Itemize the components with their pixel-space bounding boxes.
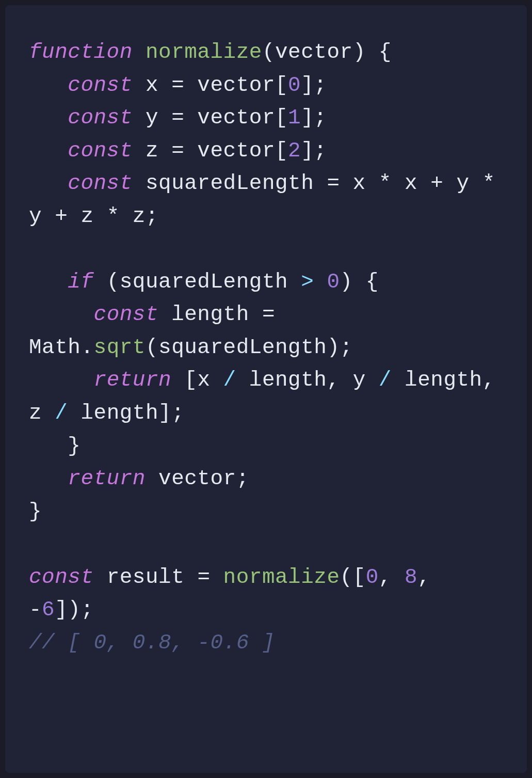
code-token: x (392, 171, 430, 195)
code-token: ( (146, 336, 158, 359)
code-token: / (379, 368, 392, 392)
code-token: + (430, 171, 443, 195)
code-token: [ (275, 73, 288, 97)
code-token: x (340, 171, 379, 195)
code-token: = (327, 171, 340, 195)
code-token: > (301, 270, 314, 294)
code-token: const (68, 171, 133, 195)
code-token: ]; (158, 401, 184, 425)
code-token (29, 106, 68, 130)
code-token: ]; (301, 73, 327, 97)
code-token: const (29, 565, 94, 589)
code-token: [ (275, 139, 288, 163)
code-token (314, 270, 327, 294)
code-token: , (417, 565, 430, 589)
code-token: y (133, 106, 171, 130)
code-token (210, 565, 223, 589)
code-token: , (482, 368, 495, 392)
code-token: + (55, 204, 68, 228)
code-token: ) (340, 270, 353, 294)
code-token: = (171, 73, 184, 97)
code-token: normalize (146, 40, 262, 64)
code-token: = (262, 303, 275, 326)
code-token: length (68, 401, 158, 425)
code-token: 0 (327, 270, 340, 294)
code-token: , (327, 368, 340, 392)
code-token: ]; (301, 106, 327, 130)
code-token: vector (146, 467, 236, 490)
code-token: const (68, 73, 133, 97)
code-token: y (443, 171, 482, 195)
code-token (29, 171, 68, 195)
code-token: vector (275, 40, 353, 64)
code-token: 0 (288, 73, 301, 97)
code-panel: function normalize(vector) { const x = v… (5, 5, 527, 773)
code-token: = (171, 139, 184, 163)
code-token: 1 (288, 106, 301, 130)
code-token: length (236, 368, 327, 392)
code-token: ]; (301, 139, 327, 163)
code-token (171, 368, 184, 392)
code-token: ( (107, 270, 120, 294)
code-token: ]); (55, 598, 93, 622)
code-token: { (366, 270, 379, 294)
code-token (29, 368, 94, 392)
code-token (29, 73, 68, 97)
code-token: ; (146, 204, 158, 228)
code-token: } (29, 500, 42, 523)
code-token: [ (184, 368, 197, 392)
code-token: y (340, 368, 379, 392)
code-token (430, 565, 443, 589)
code-token: squaredLength (158, 336, 327, 359)
code-token: normalize (223, 565, 340, 589)
code-token: 6 (42, 598, 55, 622)
code-token: = (171, 106, 184, 130)
code-token: vector (184, 139, 275, 163)
code-token: x (197, 368, 223, 392)
code-token (29, 434, 68, 458)
code-token (353, 270, 366, 294)
code-token (366, 40, 379, 64)
code-token: const (68, 106, 133, 130)
code-token: * (379, 171, 392, 195)
code-token (29, 270, 68, 294)
code-token: return (68, 467, 146, 490)
code-token (29, 139, 68, 163)
code-token: ; (236, 467, 249, 490)
code-token (29, 303, 94, 326)
code-token: z (68, 204, 106, 228)
code-token: sqrt (94, 336, 146, 359)
code-token: z (120, 204, 146, 228)
code-block: function normalize(vector) { const x = v… (29, 36, 503, 659)
code-token (94, 270, 107, 294)
code-token: - (29, 598, 42, 622)
code-token: / (55, 401, 68, 425)
code-token: ) (353, 40, 366, 64)
code-token: , (379, 565, 392, 589)
code-token: ( (262, 40, 275, 64)
code-token: * (107, 204, 120, 228)
code-token: 0 (366, 565, 379, 589)
code-token: if (68, 270, 93, 294)
code-token: . (80, 336, 93, 359)
code-token: z (133, 139, 171, 163)
code-token: result (94, 565, 198, 589)
code-token: const (68, 139, 133, 163)
code-token: // [ 0, 0.8, -0.6 ] (29, 631, 275, 655)
code-token: * (482, 171, 495, 195)
code-token: 8 (405, 565, 417, 589)
code-token: vector (184, 73, 275, 97)
code-token: function (29, 40, 133, 64)
code-token: squaredLength (120, 270, 301, 294)
code-token (29, 467, 68, 490)
code-token: ([ (340, 565, 366, 589)
code-token: ); (327, 336, 352, 359)
code-token: vector (184, 106, 275, 130)
code-token: 2 (288, 139, 301, 163)
code-token: length (158, 303, 262, 326)
code-token: x (133, 73, 171, 97)
code-token: = (197, 565, 210, 589)
code-token: / (223, 368, 236, 392)
code-token: return (94, 368, 172, 392)
code-token: squaredLength (133, 171, 327, 195)
